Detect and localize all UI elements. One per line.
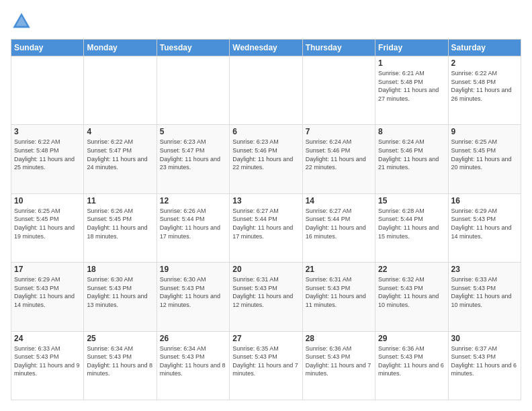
day-number: 14 xyxy=(306,196,372,205)
day-info: Sunrise: 6:25 AM Sunset: 5:45 PM Dayligh… xyxy=(451,138,518,171)
calendar-day-10: 10Sunrise: 6:25 AM Sunset: 5:45 PM Dayli… xyxy=(11,193,84,262)
calendar-day-20: 20Sunrise: 6:31 AM Sunset: 5:43 PM Dayli… xyxy=(230,263,302,331)
calendar-day-1: 1Sunrise: 6:21 AM Sunset: 5:48 PM Daylig… xyxy=(375,56,448,125)
day-number: 16 xyxy=(451,196,518,205)
day-number: 25 xyxy=(87,334,153,343)
col-header-wednesday: Wednesday xyxy=(230,40,302,56)
day-info: Sunrise: 6:23 AM Sunset: 5:47 PM Dayligh… xyxy=(160,138,226,171)
calendar-day-15: 15Sunrise: 6:28 AM Sunset: 5:44 PM Dayli… xyxy=(375,193,448,262)
calendar-day-11: 11Sunrise: 6:26 AM Sunset: 5:45 PM Dayli… xyxy=(84,193,157,262)
day-info: Sunrise: 6:27 AM Sunset: 5:44 PM Dayligh… xyxy=(306,207,372,240)
day-number: 19 xyxy=(160,265,226,274)
day-number: 4 xyxy=(87,127,153,136)
day-info: Sunrise: 6:29 AM Sunset: 5:43 PM Dayligh… xyxy=(451,207,518,240)
day-info: Sunrise: 6:26 AM Sunset: 5:45 PM Dayligh… xyxy=(87,207,153,240)
day-info: Sunrise: 6:21 AM Sunset: 5:48 PM Dayligh… xyxy=(378,69,445,103)
empty-cell xyxy=(11,56,84,125)
calendar-day-22: 22Sunrise: 6:32 AM Sunset: 5:43 PM Dayli… xyxy=(375,263,448,331)
day-info: Sunrise: 6:36 AM Sunset: 5:43 PM Dayligh… xyxy=(306,345,372,378)
day-number: 7 xyxy=(306,127,372,136)
calendar-day-26: 26Sunrise: 6:34 AM Sunset: 5:43 PM Dayli… xyxy=(157,331,229,400)
day-number: 12 xyxy=(160,196,226,205)
day-info: Sunrise: 6:32 AM Sunset: 5:43 PM Dayligh… xyxy=(378,275,445,309)
calendar-week-1: 3Sunrise: 6:22 AM Sunset: 5:48 PM Daylig… xyxy=(11,125,521,193)
page: SundayMondayTuesdayWednesdayThursdayFrid… xyxy=(0,0,532,411)
col-header-monday: Monday xyxy=(84,40,157,56)
calendar-day-12: 12Sunrise: 6:26 AM Sunset: 5:44 PM Dayli… xyxy=(157,193,229,262)
calendar-week-0: 1Sunrise: 6:21 AM Sunset: 5:48 PM Daylig… xyxy=(11,56,521,125)
day-number: 9 xyxy=(451,127,518,136)
day-number: 28 xyxy=(306,334,372,343)
calendar-day-24: 24Sunrise: 6:33 AM Sunset: 5:43 PM Dayli… xyxy=(11,331,84,400)
calendar-day-29: 29Sunrise: 6:36 AM Sunset: 5:43 PM Dayli… xyxy=(375,331,448,400)
calendar-day-25: 25Sunrise: 6:34 AM Sunset: 5:43 PM Dayli… xyxy=(84,331,157,400)
calendar-day-14: 14Sunrise: 6:27 AM Sunset: 5:44 PM Dayli… xyxy=(302,193,375,262)
day-info: Sunrise: 6:22 AM Sunset: 5:48 PM Dayligh… xyxy=(14,138,81,171)
day-info: Sunrise: 6:30 AM Sunset: 5:43 PM Dayligh… xyxy=(160,275,226,309)
day-number: 6 xyxy=(232,127,299,136)
calendar-day-30: 30Sunrise: 6:37 AM Sunset: 5:43 PM Dayli… xyxy=(448,331,521,400)
day-info: Sunrise: 6:28 AM Sunset: 5:44 PM Dayligh… xyxy=(378,207,445,240)
calendar-day-4: 4Sunrise: 6:22 AM Sunset: 5:47 PM Daylig… xyxy=(84,125,157,193)
day-number: 29 xyxy=(378,334,445,343)
day-info: Sunrise: 6:34 AM Sunset: 5:43 PM Dayligh… xyxy=(160,345,226,378)
day-info: Sunrise: 6:34 AM Sunset: 5:43 PM Dayligh… xyxy=(87,345,153,378)
logo xyxy=(11,11,35,32)
day-info: Sunrise: 6:24 AM Sunset: 5:46 PM Dayligh… xyxy=(378,138,445,171)
calendar-day-16: 16Sunrise: 6:29 AM Sunset: 5:43 PM Dayli… xyxy=(448,193,521,262)
day-info: Sunrise: 6:23 AM Sunset: 5:46 PM Dayligh… xyxy=(232,138,299,171)
calendar-day-6: 6Sunrise: 6:23 AM Sunset: 5:46 PM Daylig… xyxy=(230,125,302,193)
day-info: Sunrise: 6:30 AM Sunset: 5:43 PM Dayligh… xyxy=(87,275,153,309)
day-info: Sunrise: 6:26 AM Sunset: 5:44 PM Dayligh… xyxy=(160,207,226,240)
calendar-day-8: 8Sunrise: 6:24 AM Sunset: 5:46 PM Daylig… xyxy=(375,125,448,193)
calendar-table: SundayMondayTuesdayWednesdayThursdayFrid… xyxy=(11,39,521,400)
day-number: 20 xyxy=(232,265,299,274)
empty-cell xyxy=(230,56,302,125)
day-number: 2 xyxy=(451,58,518,68)
calendar-header-row: SundayMondayTuesdayWednesdayThursdayFrid… xyxy=(11,40,521,56)
day-info: Sunrise: 6:37 AM Sunset: 5:43 PM Dayligh… xyxy=(451,345,518,378)
header xyxy=(11,11,521,32)
day-number: 13 xyxy=(232,196,299,205)
calendar-day-27: 27Sunrise: 6:35 AM Sunset: 5:43 PM Dayli… xyxy=(230,331,302,400)
day-number: 23 xyxy=(451,265,518,274)
calendar-week-2: 10Sunrise: 6:25 AM Sunset: 5:45 PM Dayli… xyxy=(11,193,521,262)
day-number: 27 xyxy=(232,334,299,343)
calendar-week-4: 24Sunrise: 6:33 AM Sunset: 5:43 PM Dayli… xyxy=(11,331,521,400)
day-number: 8 xyxy=(378,127,445,136)
day-number: 11 xyxy=(87,196,153,205)
calendar-day-19: 19Sunrise: 6:30 AM Sunset: 5:43 PM Dayli… xyxy=(157,263,229,331)
empty-cell xyxy=(157,56,229,125)
col-header-friday: Friday xyxy=(375,40,448,56)
col-header-saturday: Saturday xyxy=(448,40,521,56)
day-info: Sunrise: 6:36 AM Sunset: 5:43 PM Dayligh… xyxy=(378,345,445,378)
logo-icon xyxy=(11,11,32,32)
day-info: Sunrise: 6:33 AM Sunset: 5:43 PM Dayligh… xyxy=(451,275,518,309)
col-header-tuesday: Tuesday xyxy=(157,40,229,56)
calendar-day-23: 23Sunrise: 6:33 AM Sunset: 5:43 PM Dayli… xyxy=(448,263,521,331)
day-info: Sunrise: 6:27 AM Sunset: 5:44 PM Dayligh… xyxy=(232,207,299,240)
day-number: 18 xyxy=(87,265,153,274)
day-number: 1 xyxy=(378,58,445,68)
calendar-day-17: 17Sunrise: 6:29 AM Sunset: 5:43 PM Dayli… xyxy=(11,263,84,331)
calendar-day-28: 28Sunrise: 6:36 AM Sunset: 5:43 PM Dayli… xyxy=(302,331,375,400)
day-info: Sunrise: 6:22 AM Sunset: 5:48 PM Dayligh… xyxy=(451,69,518,103)
day-info: Sunrise: 6:25 AM Sunset: 5:45 PM Dayligh… xyxy=(14,207,81,240)
calendar-day-3: 3Sunrise: 6:22 AM Sunset: 5:48 PM Daylig… xyxy=(11,125,84,193)
day-number: 22 xyxy=(378,265,445,274)
day-number: 15 xyxy=(378,196,445,205)
calendar-day-9: 9Sunrise: 6:25 AM Sunset: 5:45 PM Daylig… xyxy=(448,125,521,193)
day-number: 5 xyxy=(160,127,226,136)
day-number: 21 xyxy=(306,265,372,274)
day-info: Sunrise: 6:31 AM Sunset: 5:43 PM Dayligh… xyxy=(306,275,372,309)
calendar-week-3: 17Sunrise: 6:29 AM Sunset: 5:43 PM Dayli… xyxy=(11,263,521,331)
day-info: Sunrise: 6:31 AM Sunset: 5:43 PM Dayligh… xyxy=(232,275,299,309)
empty-cell xyxy=(302,56,375,125)
calendar-day-2: 2Sunrise: 6:22 AM Sunset: 5:48 PM Daylig… xyxy=(448,56,521,125)
calendar-day-13: 13Sunrise: 6:27 AM Sunset: 5:44 PM Dayli… xyxy=(230,193,302,262)
day-info: Sunrise: 6:35 AM Sunset: 5:43 PM Dayligh… xyxy=(232,345,299,378)
day-number: 17 xyxy=(14,265,81,274)
day-number: 10 xyxy=(14,196,81,205)
calendar-day-7: 7Sunrise: 6:24 AM Sunset: 5:46 PM Daylig… xyxy=(302,125,375,193)
day-info: Sunrise: 6:22 AM Sunset: 5:47 PM Dayligh… xyxy=(87,138,153,171)
